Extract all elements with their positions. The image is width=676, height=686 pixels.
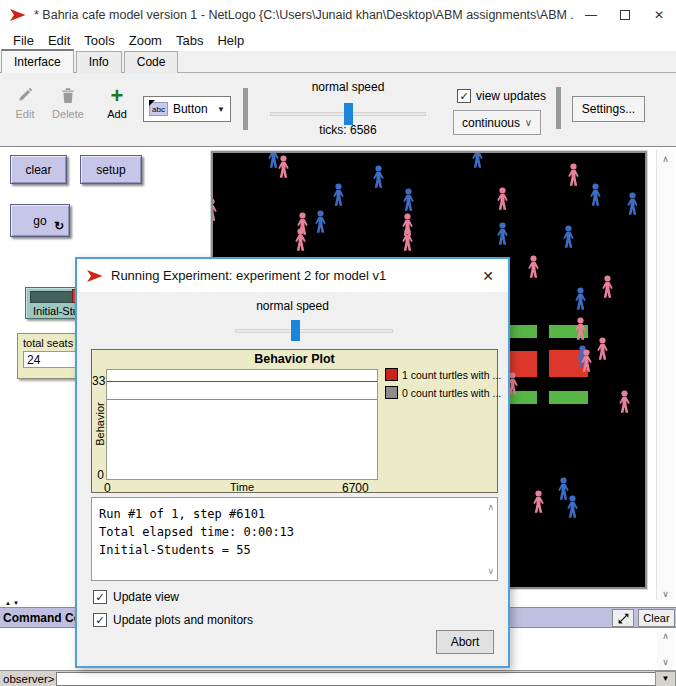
behavior-plot: Behavior Plot 33 0 Behavior 0 6700 Time …: [91, 349, 498, 493]
scroll-up-icon[interactable]: ∧: [657, 631, 674, 641]
ticks-counter: ticks: 6586: [268, 123, 428, 137]
person-turtle-blue: [314, 210, 327, 234]
go-button[interactable]: go ↻: [10, 204, 70, 237]
update-view-checkbox[interactable]: ✓ Update view: [93, 590, 179, 604]
chevron-down-icon: ▼: [217, 105, 225, 114]
edit-button[interactable]: Edit: [10, 86, 40, 120]
toolbar-separator: [243, 88, 248, 130]
expand-button[interactable]: [612, 609, 634, 627]
person-turtle-blue: [562, 225, 575, 249]
tab-strip: InterfaceInfoCode: [0, 51, 676, 73]
widget-type-value: Button: [173, 102, 208, 116]
command-line: observer> ▼: [0, 670, 676, 686]
tab-code[interactable]: Code: [124, 51, 179, 73]
dialog-title-bar: Running Experiment: experiment 2 for mod…: [77, 259, 508, 292]
speed-slider-thumb[interactable]: [344, 103, 353, 125]
tab-interface[interactable]: Interface: [1, 49, 74, 73]
update-mode-dropdown[interactable]: continuous ∨: [453, 110, 541, 135]
netlogo-window: * Bahria cafe model version 1 - NetLogo …: [0, 0, 676, 686]
person-turtle-pink: [601, 275, 614, 299]
y-axis-tick-min: 0: [92, 468, 104, 482]
menu-item[interactable]: Tabs: [169, 31, 210, 50]
scroll-up-icon[interactable]: ∧: [487, 502, 494, 512]
person-turtle-pink: [496, 187, 509, 211]
dialog-speed-track[interactable]: [235, 329, 393, 333]
button-widget-icon: abc: [149, 102, 168, 116]
y-axis-tick-max: 33: [92, 374, 104, 388]
menu-item[interactable]: Tools: [77, 31, 121, 50]
person-turtle-pink: [294, 228, 307, 252]
forever-icon: ↻: [54, 219, 64, 233]
menu-item[interactable]: File: [6, 31, 41, 50]
toolbar: Edit Delete + Add abc Button ▼ normal sp…: [0, 73, 676, 147]
view-updates-checkbox[interactable]: ✓ view updates: [457, 89, 546, 103]
delete-button[interactable]: Delete: [48, 86, 88, 120]
person-turtle-blue: [402, 188, 415, 212]
x-axis-label: Time: [106, 481, 378, 493]
log-line: Initial-Students = 55: [99, 541, 477, 559]
person-turtle-blue: [332, 183, 345, 207]
trash-icon: [59, 86, 77, 104]
running-experiment-dialog: Running Experiment: experiment 2 for mod…: [75, 257, 510, 668]
person-turtle-pink: [532, 490, 545, 514]
agent-type-dropdown[interactable]: ▼: [655, 671, 676, 686]
person-turtle-pink: [527, 255, 540, 279]
seat-patch: [510, 325, 537, 338]
dialog-close-button[interactable]: ✕: [468, 268, 508, 284]
plot-pen-line: [107, 381, 377, 382]
setup-button[interactable]: setup: [80, 155, 142, 184]
legend-swatch: [385, 368, 398, 381]
toolbar-separator: [556, 87, 561, 129]
scroll-up-icon[interactable]: ∧: [657, 154, 674, 164]
add-button[interactable]: + Add: [102, 86, 132, 120]
menu-item[interactable]: Edit: [41, 31, 77, 50]
person-turtle-blue: [372, 165, 385, 189]
log-line: Total elapsed time: 0:00:13: [99, 523, 477, 541]
legend-item: 0 count turtles with ...: [385, 386, 501, 399]
menu-item[interactable]: Zoom: [122, 31, 169, 50]
person-turtle-pink: [580, 349, 593, 373]
legend-label: 1 count turtles with ...: [402, 369, 501, 381]
plus-icon: +: [102, 86, 132, 108]
dialog-speed-thumb[interactable]: [291, 320, 300, 341]
dialog-speed-label: normal speed: [77, 299, 508, 313]
speed-slider-label: normal speed: [268, 80, 428, 94]
person-turtle-pink: [574, 317, 587, 341]
vertical-scrollbar[interactable]: ∧ ∨: [656, 150, 674, 607]
tab-info[interactable]: Info: [76, 51, 122, 73]
title-bar: * Bahria cafe model version 1 - NetLogo …: [0, 0, 676, 30]
widget-type-dropdown[interactable]: abc Button ▼: [143, 96, 231, 122]
close-button[interactable]: ✕: [642, 0, 676, 30]
person-turtle-blue: [566, 495, 579, 519]
output-scrollbar[interactable]: ∧ ∨: [657, 629, 674, 669]
settings-button[interactable]: Settings...: [572, 96, 645, 122]
maximize-button[interactable]: [608, 0, 642, 30]
update-plots-checkbox[interactable]: ✓ Update plots and monitors: [93, 613, 253, 627]
netlogo-logo-icon: [86, 269, 104, 283]
checkbox-check-icon: ✓: [93, 590, 107, 604]
person-turtle-pink: [211, 198, 218, 222]
checkbox-check-icon: ✓: [93, 613, 107, 627]
plot-title: Behavior Plot: [92, 352, 497, 366]
scroll-down-icon[interactable]: ∨: [487, 566, 494, 576]
abort-button[interactable]: Abort: [436, 630, 494, 654]
command-input[interactable]: [56, 672, 655, 686]
person-turtle-pink: [567, 163, 580, 187]
speed-slider-track[interactable]: [270, 112, 426, 116]
scroll-down-icon[interactable]: ∨: [657, 589, 674, 599]
person-turtle-pink: [596, 337, 609, 361]
person-turtle-blue: [574, 287, 587, 311]
scroll-down-icon[interactable]: ∨: [657, 657, 674, 667]
clear-output-button[interactable]: Clear: [638, 609, 675, 627]
update-mode-value: continuous: [462, 116, 520, 130]
menu-bar: FileEditToolsZoomTabsHelp: [0, 30, 676, 51]
person-turtle-blue: [471, 151, 484, 169]
person-turtle-blue: [589, 183, 602, 207]
menu-item[interactable]: Help: [210, 31, 251, 50]
checkbox-check-icon: ✓: [457, 89, 471, 103]
clear-button[interactable]: clear: [10, 155, 67, 184]
minimize-button[interactable]: —: [574, 0, 608, 30]
observer-prompt: observer>: [0, 673, 56, 685]
window-title: * Bahria cafe model version 1 - NetLogo …: [34, 8, 574, 22]
netlogo-logo-icon: [9, 8, 27, 22]
